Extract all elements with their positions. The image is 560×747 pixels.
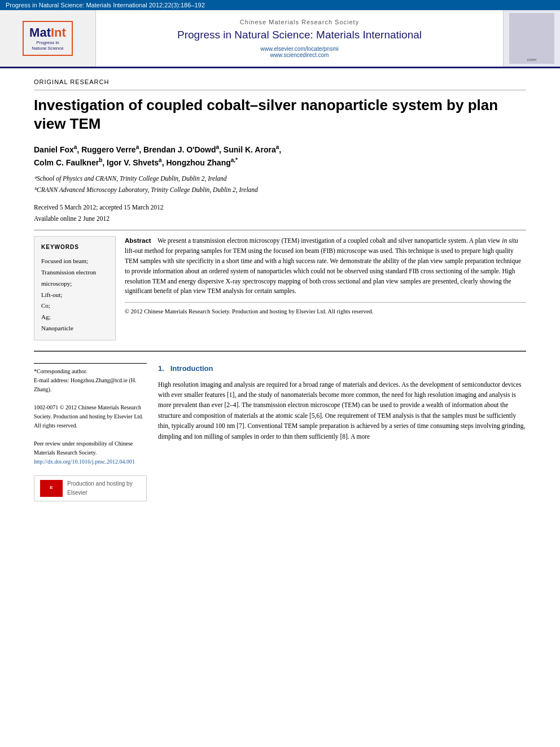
keyword-2: Transmission electron <box>41 267 108 278</box>
copyright-line: © 2012 Chinese Materials Research Societ… <box>125 302 526 316</box>
logo-subtitle: Progress in Natural Science <box>29 40 66 52</box>
abstract-label: Abstract <box>125 237 151 244</box>
journal-title-header: Progress in Natural Science: Materials I… <box>177 29 422 41</box>
url1[interactable]: www.elsevier.com/locate/pnsmi <box>260 46 338 52</box>
authors-line: Daniel Foxa, Ruggero Verrea, Brendan J. … <box>34 143 526 169</box>
dates: Received 5 March 2012; accepted 15 March… <box>34 202 526 224</box>
section-title: Introduction <box>170 364 213 373</box>
cover-image: cover <box>509 13 554 64</box>
keyword-4: Lift-out; <box>41 290 108 301</box>
journal-header: MatInt Progress in Natural Science Chine… <box>0 10 560 68</box>
paper-title: Investigation of coupled cobalt–silver n… <box>34 96 526 133</box>
keywords-box: KEYWORDS Focused ion beam; Transmission … <box>34 236 116 340</box>
journal-center-header: Chinese Materials Research Society Progr… <box>96 10 504 67</box>
section-heading: 1. Introduction <box>158 363 526 375</box>
affiliations: ᵃSchool of Physics and CRANN, Trinity Co… <box>34 173 526 195</box>
keyword-3: microscopy; <box>41 278 108 290</box>
section-num: 1. <box>158 364 164 373</box>
keyword-1: Focused ion beam; <box>41 256 108 267</box>
divider-3 <box>34 351 526 352</box>
journal-thumbnail: cover <box>504 10 560 67</box>
copyright-note: 1002-0071 © 2012 Chinese Materials Resea… <box>34 403 147 430</box>
affiliation-b: ᵇCRANN Advanced Microscopy Laboratory, T… <box>34 185 526 196</box>
top-bar: Progress in Natural Science: Materials I… <box>0 0 560 10</box>
society-name: Chinese Materials Research Society <box>240 19 359 25</box>
section-label: ORIGINAL RESEARCH <box>34 78 526 85</box>
introduction-col: 1. Introduction High resolution imaging … <box>158 363 526 501</box>
affiliation-a: ᵃSchool of Physics and CRANN, Trinity Co… <box>34 173 526 185</box>
introduction-text: High resolution imaging and analysis are… <box>158 379 526 442</box>
keyword-7: Nanoparticle <box>41 323 108 334</box>
footnotes-col: *Corresponding author. E-mail address: H… <box>34 363 147 501</box>
keyword-6: Ag; <box>41 312 108 323</box>
journal-citation: Progress in Natural Science: Materials I… <box>6 2 205 8</box>
corresponding-note: *Corresponding author. <box>34 367 147 376</box>
journal-urls: www.elsevier.com/locate/pnsmi www.scienc… <box>260 46 338 58</box>
divider-2 <box>34 230 526 230</box>
journal-logo-area: MatInt Progress in Natural Science <box>0 10 96 67</box>
keywords-title: KEYWORDS <box>41 242 108 252</box>
abstract-text: We present a transmission electron micro… <box>125 237 521 294</box>
abstract-box: Abstract We present a transmission elect… <box>125 236 526 340</box>
publisher-label: Production and hosting by Elsevier <box>67 479 141 497</box>
logo-text: MatInt <box>29 25 66 40</box>
url2[interactable]: www.sciencedirect.com <box>260 52 338 58</box>
publisher-logo-box: E Production and hosting by Elsevier <box>34 475 147 501</box>
elsevier-logo: E <box>40 480 63 497</box>
divider-1 <box>34 90 526 90</box>
email-note: E-mail address: Hongzhou.Zhang@tcd.ie (H… <box>34 376 147 394</box>
received-date: Received 5 March 2012; accepted 15 March… <box>34 202 526 213</box>
keyword-5: Co; <box>41 300 108 312</box>
keywords-list: Focused ion beam; Transmission electron … <box>41 256 108 334</box>
available-date: Available online 2 June 2012 <box>34 213 526 225</box>
peer-review-note: Peer review under responsibility of Chin… <box>34 439 147 457</box>
doi-note[interactable]: http://dx.doi.org/10.1016/j.pnsc.2012.04… <box>34 457 147 466</box>
